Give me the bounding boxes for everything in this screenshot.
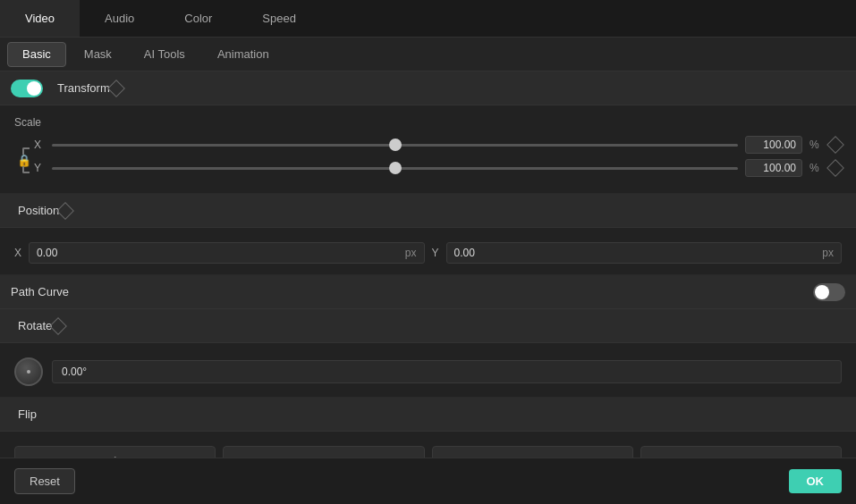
subtab-basic[interactable]: Basic [7, 42, 66, 67]
scale-y-slider[interactable] [52, 167, 738, 170]
tab-audio[interactable]: Audio [80, 0, 159, 37]
rotate-row [14, 357, 842, 386]
flip-title: Flip [18, 407, 845, 421]
rotate-knob[interactable] [14, 357, 43, 386]
sub-tab-bar: Basic Mask AI Tools Animation [0, 38, 856, 71]
subtab-mask[interactable]: Mask [70, 42, 126, 67]
transform-section-header: Transform [0, 71, 856, 105]
scale-y-input[interactable] [745, 159, 802, 177]
scale-x-slider[interactable] [52, 144, 738, 147]
position-section-header: Position [0, 194, 856, 228]
ok-button[interactable]: OK [789, 469, 843, 493]
tab-video[interactable]: Video [0, 0, 80, 37]
path-curve-section-header: Path Curve [0, 275, 856, 309]
transform-title: Transform [57, 81, 110, 95]
lock-arm-bottom [22, 166, 30, 173]
position-y-input[interactable] [454, 247, 818, 259]
scale-label: Scale [14, 116, 842, 129]
transform-keyframe-icon[interactable] [107, 80, 125, 97]
position-y-field: px [446, 242, 842, 264]
position-keyframe-icon[interactable] [56, 202, 74, 220]
top-tab-bar: Video Audio Color Speed [0, 0, 856, 38]
position-x-field: px [29, 242, 424, 264]
tab-speed[interactable]: Speed [237, 0, 321, 37]
scale-sliders: X % Y % [34, 136, 842, 182]
path-curve-toggle[interactable] [813, 283, 845, 301]
flip-rotate-left-button[interactable]: ▬ [640, 446, 842, 458]
content-area: Transform Scale 🔒 X % [0, 71, 856, 458]
transform-toggle[interactable] [11, 80, 43, 97]
position-title: Position [18, 204, 59, 217]
scale-x-input[interactable] [745, 136, 802, 154]
tab-color[interactable]: Color [159, 0, 237, 37]
reset-button[interactable]: Reset [14, 468, 75, 494]
subtab-animation[interactable]: Animation [203, 42, 284, 67]
flip-section-header: Flip [0, 398, 856, 432]
scale-y-slider-container [52, 159, 738, 177]
scale-y-row: Y % [34, 159, 842, 177]
path-curve-title: Path Curve [11, 285, 813, 298]
scale-x-label: X [34, 139, 45, 151]
scale-x-keyframe-icon[interactable] [826, 136, 844, 154]
scale-section: Scale 🔒 X % Y [0, 105, 856, 194]
position-x-label: X [14, 247, 21, 259]
scale-x-row: X % [34, 136, 842, 154]
scale-y-keyframe-icon[interactable] [826, 159, 844, 177]
position-fields: X px Y px [14, 242, 842, 264]
scale-lock[interactable]: 🔒 [14, 136, 34, 182]
subtab-ai-tools[interactable]: AI Tools [130, 42, 199, 67]
position-y-unit: px [822, 247, 834, 259]
position-x-input[interactable] [37, 247, 400, 259]
rotate-title: Rotate [18, 319, 52, 332]
rotate-keyframe-icon[interactable] [49, 317, 67, 335]
position-x-unit: px [405, 247, 417, 259]
scale-y-unit: % [809, 162, 822, 174]
flip-vertical-button[interactable]: ⇔ [223, 446, 424, 458]
scale-x-unit: % [809, 139, 822, 151]
flip-rotate-right-button[interactable]: ▭ [432, 446, 633, 458]
scale-y-label: Y [34, 162, 45, 174]
lock-icon: 🔒 [17, 155, 31, 166]
position-section: X px Y px [0, 228, 856, 275]
flip-section: ⇕ ⇔ ▭ ▬ [0, 432, 856, 458]
rotate-input[interactable] [52, 360, 842, 383]
flip-buttons-row: ⇕ ⇔ ▭ ▬ [14, 446, 842, 458]
scale-x-slider-container [52, 136, 738, 154]
flip-horizontal-button[interactable]: ⇕ [14, 446, 216, 458]
rotate-section-header: Rotate [0, 309, 856, 343]
rotate-section [0, 343, 856, 398]
position-y-label: Y [432, 247, 439, 259]
bottom-bar: Reset OK [0, 458, 856, 504]
